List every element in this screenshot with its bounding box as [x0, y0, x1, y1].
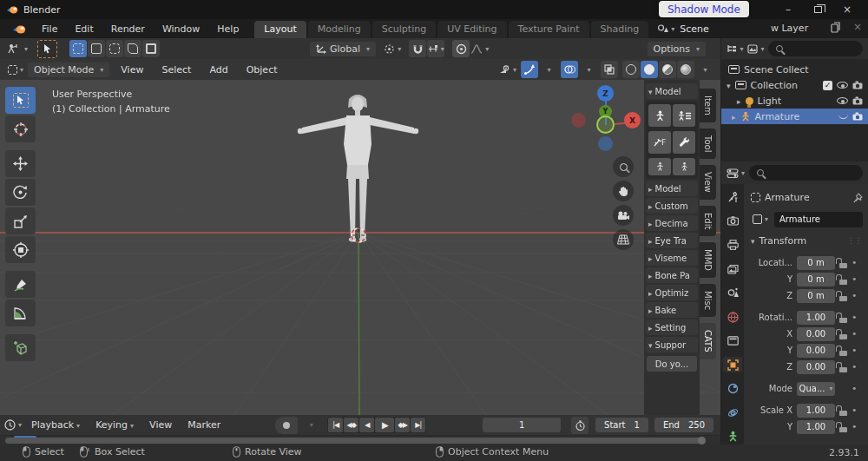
- cats-panel-model-open[interactable]: Model: [646, 83, 698, 99]
- animate-dot[interactable]: [852, 328, 858, 339]
- gizmo-x-axis-negative[interactable]: [571, 113, 586, 128]
- cats-panel-settings[interactable]: Setting: [646, 319, 698, 335]
- tab-scene[interactable]: [723, 285, 742, 301]
- animate-dot[interactable]: [852, 257, 858, 268]
- cats-panel-custom[interactable]: Custom: [646, 198, 698, 214]
- shading-material-button[interactable]: [659, 61, 676, 78]
- animate-dot[interactable]: [852, 290, 858, 301]
- menu-window[interactable]: Window: [154, 22, 208, 36]
- shading-dropdown[interactable]: [695, 61, 713, 78]
- tool-transform[interactable]: [5, 236, 36, 263]
- lock-icon[interactable]: [839, 411, 847, 416]
- outliner-row-scene-collection[interactable]: Scene Collect: [721, 62, 868, 77]
- play-button[interactable]: ▶: [375, 418, 394, 432]
- eye-icon[interactable]: [837, 82, 848, 89]
- auto-keying-dropdown[interactable]: [301, 417, 319, 434]
- workspace-tab-uv-editing[interactable]: UV Editing: [437, 21, 506, 38]
- tab-tool[interactable]: [723, 189, 742, 206]
- sidebar-tab-misc[interactable]: Misc: [700, 284, 716, 317]
- tab-render[interactable]: [723, 214, 742, 230]
- auto-keying-toggle[interactable]: [275, 417, 298, 434]
- previous-keyframe-button[interactable]: ◀◆: [344, 418, 358, 432]
- sidebar-tab-mmd[interactable]: MMD: [700, 242, 716, 278]
- maximize-button[interactable]: [803, 0, 832, 19]
- tab-physics[interactable]: [723, 405, 742, 421]
- viewport-mode-editor-icon[interactable]: [4, 65, 23, 75]
- camera-render-icon[interactable]: [852, 96, 863, 105]
- pin-icon[interactable]: [853, 193, 863, 203]
- export-model-button[interactable]: [673, 104, 695, 127]
- overlays-dropdown[interactable]: [579, 61, 596, 78]
- proportional-falloff-dropdown[interactable]: [470, 40, 489, 57]
- model-settings-button[interactable]: [673, 131, 695, 154]
- camera-view-button[interactable]: [613, 205, 634, 226]
- gizmo-x-axis[interactable]: X: [624, 112, 641, 128]
- scene-selector[interactable]: [657, 23, 674, 34]
- zoom-button[interactable]: [613, 156, 634, 177]
- object-name-input[interactable]: Armature: [774, 212, 863, 227]
- outliner-search-input[interactable]: [768, 41, 863, 56]
- gizmo-y-axis-front[interactable]: [596, 115, 615, 134]
- lock-icon[interactable]: [839, 296, 847, 301]
- location-x-field[interactable]: 0 m: [797, 256, 835, 270]
- workspace-tab-sculpting[interactable]: Sculpting: [372, 21, 436, 38]
- cats-panel-bake[interactable]: Bake: [646, 302, 698, 318]
- object-type-dropdown[interactable]: [751, 211, 770, 228]
- cats-panel-bone-parenting[interactable]: Bone Pa: [646, 267, 698, 283]
- outliner-filter-dropdown[interactable]: [747, 40, 765, 57]
- view-menu[interactable]: View: [143, 418, 178, 432]
- lock-icon[interactable]: [839, 427, 847, 432]
- animate-dot[interactable]: [852, 312, 858, 323]
- sidebar-tab-view[interactable]: View: [700, 165, 716, 200]
- animate-dot[interactable]: [852, 361, 858, 372]
- rotation-y-field[interactable]: 0.00: [797, 344, 835, 358]
- menu-select[interactable]: Select: [155, 63, 198, 77]
- play-reverse-button[interactable]: ◀: [359, 418, 374, 432]
- gizmo-dropdown[interactable]: [539, 61, 556, 78]
- animate-dot[interactable]: [852, 383, 858, 394]
- playback-menu[interactable]: Playback: [25, 418, 86, 432]
- tool-add-primitive[interactable]: [5, 334, 36, 361]
- breadcrumb-object[interactable]: Armature: [765, 192, 810, 203]
- tab-world[interactable]: [723, 309, 742, 326]
- select-mode-box[interactable]: [88, 40, 105, 57]
- expand-icon[interactable]: [727, 80, 731, 91]
- tool-measure[interactable]: [5, 300, 36, 326]
- shading-wireframe-button[interactable]: [622, 61, 640, 78]
- rotation-w-field[interactable]: 1.00: [797, 311, 835, 325]
- minimize-button[interactable]: –: [773, 0, 803, 19]
- cats-panel-model-options[interactable]: Model: [646, 181, 698, 196]
- pose-to-rest-button[interactable]: [673, 158, 695, 175]
- camera-render-icon[interactable]: [852, 81, 863, 89]
- rotation-mode-dropdown[interactable]: Qua...: [797, 382, 835, 396]
- object-mode-dropdown[interactable]: Object Mode: [28, 63, 109, 77]
- select-mode-tweak[interactable]: [69, 40, 87, 57]
- jump-to-end-button[interactable]: ▶|: [411, 418, 425, 432]
- xray-toggle[interactable]: [601, 61, 618, 78]
- lock-icon[interactable]: [839, 367, 847, 372]
- snap-magnet-toggle[interactable]: [409, 40, 426, 57]
- sidebar-tab-item[interactable]: Item: [700, 89, 716, 122]
- animate-dot[interactable]: [852, 405, 858, 416]
- scale-x-field[interactable]: 1.00: [797, 404, 835, 418]
- select-mode-lasso[interactable]: [124, 40, 141, 57]
- scene-name[interactable]: Scene: [680, 23, 709, 35]
- tab-view-layer[interactable]: [723, 261, 742, 278]
- collection-checkbox[interactable]: [823, 81, 832, 90]
- menu-edit[interactable]: Edit: [66, 22, 102, 36]
- view-layer-name[interactable]: w Layer: [771, 23, 808, 34]
- start-frame-field[interactable]: Start 1: [595, 418, 648, 432]
- tab-object-data[interactable]: [723, 428, 742, 445]
- perspective-toggle-button[interactable]: [613, 229, 634, 250]
- tool-move[interactable]: [5, 150, 36, 177]
- next-keyframe-button[interactable]: ◆▶: [395, 418, 410, 432]
- workspace-tab-layout[interactable]: Layout: [254, 21, 306, 38]
- tab-constraints[interactable]: [723, 380, 742, 397]
- workspace-tab-texture-paint[interactable]: Texture Paint: [509, 21, 589, 38]
- tab-collection[interactable]: [723, 333, 742, 349]
- transform-orientation-dropdown[interactable]: Global: [310, 42, 376, 56]
- cats-panel-decimation[interactable]: Decima: [646, 215, 698, 231]
- blender-menu-icon[interactable]: [5, 23, 33, 35]
- eye-icon[interactable]: [837, 97, 848, 104]
- tool-scale[interactable]: [5, 207, 36, 234]
